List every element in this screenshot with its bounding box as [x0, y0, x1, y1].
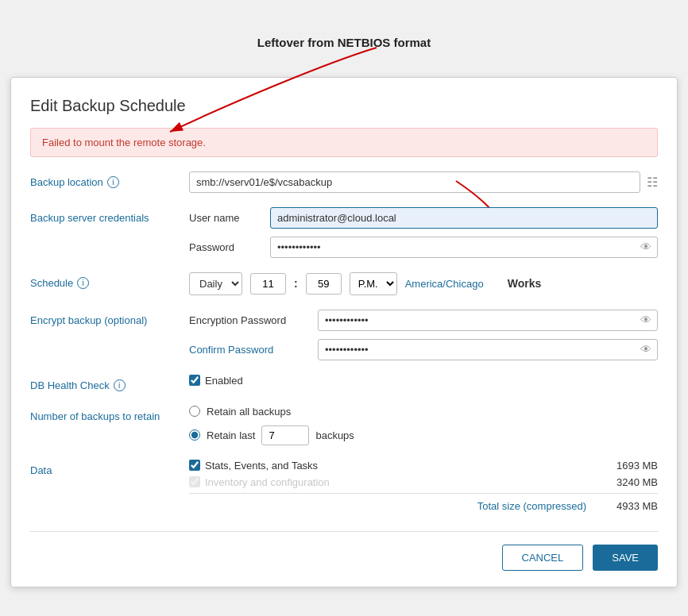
encryption-password-wrap: 👁 — [318, 310, 658, 331]
username-label: User name — [189, 212, 261, 224]
encryption-password-input[interactable] — [318, 310, 658, 331]
db-health-content: Enabled — [189, 375, 658, 387]
confirm-password-input[interactable] — [318, 339, 658, 360]
db-health-label: DB Health Check i — [30, 375, 189, 391]
db-health-row: DB Health Check i Enabled — [30, 375, 658, 391]
edit-backup-dialog: Edit Backup Schedule Failed to mount the… — [10, 77, 678, 587]
data-item-1: Inventory and configuration 3240 MB — [189, 476, 658, 488]
schedule-info-icon[interactable]: i — [77, 277, 89, 289]
data-item-0-checkbox[interactable] — [189, 460, 200, 471]
password-input-wrap: 👁 — [270, 237, 658, 258]
dialog-footer: CANCEL SAVE — [30, 531, 658, 571]
encryption-eye-icon[interactable]: 👁 — [640, 314, 651, 326]
netbios-annotation: Leftover from NETBIOS format — [257, 36, 431, 49]
confirm-eye-icon[interactable]: 👁 — [640, 343, 651, 356]
schedule-minute-input[interactable] — [306, 273, 342, 295]
credentials-content: User name Password 👁 — [189, 207, 658, 258]
schedule-row: Schedule i Daily : P.M. America/Chicago — [30, 272, 658, 295]
data-content: Stats, Events, and Tasks 1693 MB Invento… — [189, 460, 658, 512]
schedule-label: Schedule i — [30, 272, 189, 289]
credentials-label: Backup server credentials — [30, 207, 189, 224]
works-annotation: Works — [508, 277, 542, 290]
data-item-0-left: Stats, Events, and Tasks — [189, 460, 318, 472]
db-health-checkbox[interactable] — [189, 375, 200, 386]
username-input-wrap — [270, 207, 658, 229]
password-row: Password 👁 — [189, 237, 658, 258]
username-row: User name — [189, 207, 658, 229]
db-health-checkbox-label[interactable]: Enabled — [189, 375, 658, 387]
encrypt-content: Encryption Password 👁 Confirm Password 👁 — [189, 310, 658, 360]
data-total-size: 4933 MB — [602, 500, 658, 512]
data-item-1-left: Inventory and configuration — [189, 476, 330, 488]
retain-content: Retain all backups Retain last backups — [189, 406, 658, 445]
schedule-timezone: America/Chicago — [405, 278, 484, 290]
data-item-1-size: 3240 MB — [616, 476, 658, 488]
encrypt-row: Encrypt backup (optional) Encryption Pas… — [30, 310, 658, 360]
encrypt-label: Encrypt backup (optional) — [30, 310, 189, 326]
retain-label: Number of backups to retain — [30, 406, 189, 422]
dialog-title: Edit Backup Schedule — [30, 97, 658, 115]
cancel-button[interactable]: CANCEL — [502, 545, 584, 571]
data-section: Stats, Events, and Tasks 1693 MB Invento… — [189, 460, 658, 512]
data-item-0-label[interactable]: Stats, Events, and Tasks — [189, 460, 318, 472]
password-input[interactable] — [270, 237, 658, 258]
backup-location-row: Backup location i ☷ — [30, 171, 658, 193]
backup-location-label: Backup location i — [30, 171, 189, 188]
time-separator: : — [294, 277, 298, 290]
backup-location-info-icon[interactable]: i — [107, 176, 119, 188]
data-total-label: Total size (compressed) — [477, 500, 586, 512]
save-button[interactable]: SAVE — [593, 545, 658, 571]
db-health-info-icon[interactable]: i — [114, 379, 126, 391]
schedule-frequency-select[interactable]: Daily — [189, 272, 242, 295]
retain-row: Number of backups to retain Retain all b… — [30, 406, 658, 445]
data-item-0-size: 1693 MB — [616, 460, 658, 472]
data-item-1-label: Inventory and configuration — [189, 476, 330, 488]
backup-location-content: ☷ — [189, 171, 658, 193]
schedule-ampm-select[interactable]: P.M. — [350, 272, 397, 295]
confirm-password-wrap: 👁 — [318, 339, 658, 360]
retain-last-radio-label[interactable]: Retain last backups — [189, 425, 658, 445]
data-total-row: Total size (compressed) 4933 MB — [189, 493, 658, 512]
error-banner: Failed to mount the remote storage. — [30, 128, 658, 157]
password-label: Password — [189, 241, 261, 253]
username-input[interactable] — [270, 207, 658, 229]
credentials-row: Backup server credentials User name Pass… — [30, 207, 658, 258]
confirm-password-row: Confirm Password 👁 — [189, 339, 658, 360]
schedule-hour-input[interactable] — [250, 273, 286, 295]
encryption-password-label: Encryption Password — [189, 314, 308, 326]
data-item-1-checkbox — [189, 476, 200, 487]
retain-radio-group: Retain all backups Retain last backups — [189, 406, 658, 445]
folder-icon[interactable]: ☷ — [647, 175, 658, 190]
password-eye-icon[interactable]: 👁 — [640, 241, 651, 253]
schedule-content: Daily : P.M. America/Chicago Works — [189, 272, 658, 295]
backup-location-input[interactable] — [189, 171, 640, 193]
retain-last-radio[interactable] — [189, 429, 200, 441]
retain-all-radio-label[interactable]: Retain all backups — [189, 406, 658, 418]
encryption-password-row: Encryption Password 👁 — [189, 310, 658, 331]
confirm-password-label: Confirm Password — [189, 344, 308, 356]
retain-all-radio[interactable] — [189, 406, 200, 417]
retain-last-input[interactable] — [261, 425, 309, 445]
data-label: Data — [30, 460, 189, 476]
data-item-0: Stats, Events, and Tasks 1693 MB — [189, 460, 658, 472]
data-row: Data Stats, Events, and Tasks 1693 MB — [30, 460, 658, 512]
